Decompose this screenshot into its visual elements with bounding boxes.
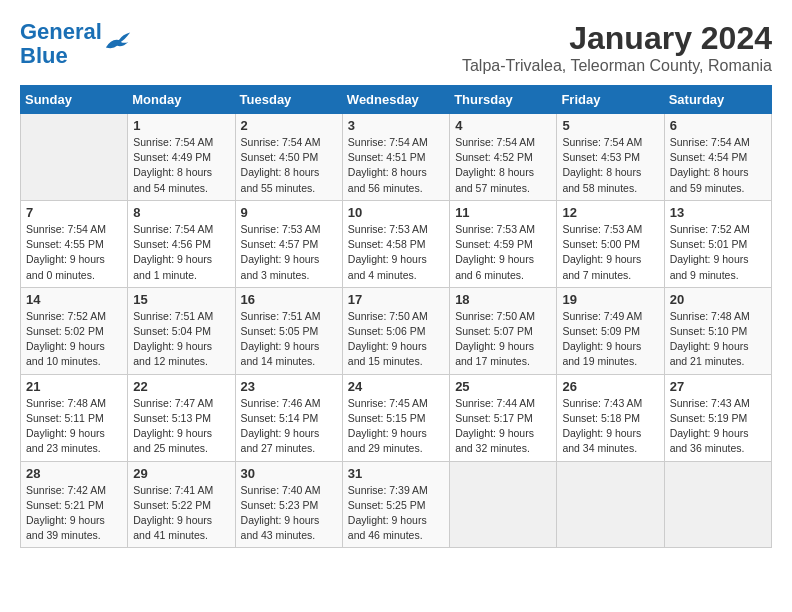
calendar-cell: [664, 461, 771, 548]
calendar-cell: 23Sunrise: 7:46 AMSunset: 5:14 PMDayligh…: [235, 374, 342, 461]
day-info: Sunrise: 7:54 AMSunset: 4:51 PMDaylight:…: [348, 135, 444, 196]
calendar-cell: 25Sunrise: 7:44 AMSunset: 5:17 PMDayligh…: [450, 374, 557, 461]
calendar-cell: 29Sunrise: 7:41 AMSunset: 5:22 PMDayligh…: [128, 461, 235, 548]
calendar-cell: [21, 114, 128, 201]
day-info: Sunrise: 7:54 AMSunset: 4:53 PMDaylight:…: [562, 135, 658, 196]
calendar-cell: 19Sunrise: 7:49 AMSunset: 5:09 PMDayligh…: [557, 287, 664, 374]
calendar-cell: 6Sunrise: 7:54 AMSunset: 4:54 PMDaylight…: [664, 114, 771, 201]
day-info: Sunrise: 7:49 AMSunset: 5:09 PMDaylight:…: [562, 309, 658, 370]
day-info: Sunrise: 7:52 AMSunset: 5:01 PMDaylight:…: [670, 222, 766, 283]
col-thursday: Thursday: [450, 86, 557, 114]
week-row-3: 14Sunrise: 7:52 AMSunset: 5:02 PMDayligh…: [21, 287, 772, 374]
calendar-cell: 30Sunrise: 7:40 AMSunset: 5:23 PMDayligh…: [235, 461, 342, 548]
day-info: Sunrise: 7:41 AMSunset: 5:22 PMDaylight:…: [133, 483, 229, 544]
logo-blue: Blue: [20, 43, 68, 68]
day-number: 6: [670, 118, 766, 133]
day-info: Sunrise: 7:53 AMSunset: 4:57 PMDaylight:…: [241, 222, 337, 283]
day-info: Sunrise: 7:52 AMSunset: 5:02 PMDaylight:…: [26, 309, 122, 370]
col-friday: Friday: [557, 86, 664, 114]
day-number: 30: [241, 466, 337, 481]
day-info: Sunrise: 7:46 AMSunset: 5:14 PMDaylight:…: [241, 396, 337, 457]
calendar-cell: [450, 461, 557, 548]
day-info: Sunrise: 7:43 AMSunset: 5:18 PMDaylight:…: [562, 396, 658, 457]
day-number: 19: [562, 292, 658, 307]
day-info: Sunrise: 7:39 AMSunset: 5:25 PMDaylight:…: [348, 483, 444, 544]
calendar-title: January 2024: [462, 20, 772, 57]
week-row-1: 1Sunrise: 7:54 AMSunset: 4:49 PMDaylight…: [21, 114, 772, 201]
day-info: Sunrise: 7:53 AMSunset: 4:59 PMDaylight:…: [455, 222, 551, 283]
day-number: 21: [26, 379, 122, 394]
day-number: 26: [562, 379, 658, 394]
day-info: Sunrise: 7:51 AMSunset: 5:05 PMDaylight:…: [241, 309, 337, 370]
calendar-cell: 18Sunrise: 7:50 AMSunset: 5:07 PMDayligh…: [450, 287, 557, 374]
day-number: 22: [133, 379, 229, 394]
day-number: 24: [348, 379, 444, 394]
calendar-cell: 28Sunrise: 7:42 AMSunset: 5:21 PMDayligh…: [21, 461, 128, 548]
calendar-cell: 7Sunrise: 7:54 AMSunset: 4:55 PMDaylight…: [21, 200, 128, 287]
week-row-4: 21Sunrise: 7:48 AMSunset: 5:11 PMDayligh…: [21, 374, 772, 461]
day-number: 14: [26, 292, 122, 307]
calendar-cell: 9Sunrise: 7:53 AMSunset: 4:57 PMDaylight…: [235, 200, 342, 287]
day-number: 28: [26, 466, 122, 481]
logo-general: General: [20, 19, 102, 44]
day-info: Sunrise: 7:54 AMSunset: 4:52 PMDaylight:…: [455, 135, 551, 196]
day-number: 11: [455, 205, 551, 220]
calendar-cell: 3Sunrise: 7:54 AMSunset: 4:51 PMDaylight…: [342, 114, 449, 201]
day-number: 10: [348, 205, 444, 220]
week-row-5: 28Sunrise: 7:42 AMSunset: 5:21 PMDayligh…: [21, 461, 772, 548]
page-header: General Blue January 2024 Talpa-Trivalea…: [20, 20, 772, 75]
calendar-cell: 13Sunrise: 7:52 AMSunset: 5:01 PMDayligh…: [664, 200, 771, 287]
calendar-cell: 10Sunrise: 7:53 AMSunset: 4:58 PMDayligh…: [342, 200, 449, 287]
day-info: Sunrise: 7:54 AMSunset: 4:54 PMDaylight:…: [670, 135, 766, 196]
day-number: 4: [455, 118, 551, 133]
day-info: Sunrise: 7:48 AMSunset: 5:11 PMDaylight:…: [26, 396, 122, 457]
col-monday: Monday: [128, 86, 235, 114]
col-sunday: Sunday: [21, 86, 128, 114]
calendar-cell: 15Sunrise: 7:51 AMSunset: 5:04 PMDayligh…: [128, 287, 235, 374]
calendar-cell: 12Sunrise: 7:53 AMSunset: 5:00 PMDayligh…: [557, 200, 664, 287]
day-number: 15: [133, 292, 229, 307]
day-info: Sunrise: 7:40 AMSunset: 5:23 PMDaylight:…: [241, 483, 337, 544]
calendar-cell: 11Sunrise: 7:53 AMSunset: 4:59 PMDayligh…: [450, 200, 557, 287]
day-number: 16: [241, 292, 337, 307]
logo: General Blue: [20, 20, 132, 68]
day-number: 25: [455, 379, 551, 394]
day-info: Sunrise: 7:44 AMSunset: 5:17 PMDaylight:…: [455, 396, 551, 457]
day-info: Sunrise: 7:51 AMSunset: 5:04 PMDaylight:…: [133, 309, 229, 370]
day-info: Sunrise: 7:47 AMSunset: 5:13 PMDaylight:…: [133, 396, 229, 457]
calendar-cell: 2Sunrise: 7:54 AMSunset: 4:50 PMDaylight…: [235, 114, 342, 201]
calendar-cell: 21Sunrise: 7:48 AMSunset: 5:11 PMDayligh…: [21, 374, 128, 461]
calendar-subtitle: Talpa-Trivalea, Teleorman County, Romani…: [462, 57, 772, 75]
calendar-cell: 26Sunrise: 7:43 AMSunset: 5:18 PMDayligh…: [557, 374, 664, 461]
calendar-cell: 31Sunrise: 7:39 AMSunset: 5:25 PMDayligh…: [342, 461, 449, 548]
day-info: Sunrise: 7:54 AMSunset: 4:55 PMDaylight:…: [26, 222, 122, 283]
day-number: 27: [670, 379, 766, 394]
col-saturday: Saturday: [664, 86, 771, 114]
day-info: Sunrise: 7:42 AMSunset: 5:21 PMDaylight:…: [26, 483, 122, 544]
logo-bird-icon: [104, 30, 132, 52]
title-area: January 2024 Talpa-Trivalea, Teleorman C…: [462, 20, 772, 75]
calendar-cell: [557, 461, 664, 548]
day-info: Sunrise: 7:45 AMSunset: 5:15 PMDaylight:…: [348, 396, 444, 457]
day-number: 12: [562, 205, 658, 220]
day-number: 17: [348, 292, 444, 307]
day-info: Sunrise: 7:54 AMSunset: 4:56 PMDaylight:…: [133, 222, 229, 283]
day-number: 9: [241, 205, 337, 220]
calendar-cell: 5Sunrise: 7:54 AMSunset: 4:53 PMDaylight…: [557, 114, 664, 201]
day-number: 3: [348, 118, 444, 133]
day-number: 23: [241, 379, 337, 394]
day-number: 1: [133, 118, 229, 133]
day-info: Sunrise: 7:43 AMSunset: 5:19 PMDaylight:…: [670, 396, 766, 457]
calendar-cell: 8Sunrise: 7:54 AMSunset: 4:56 PMDaylight…: [128, 200, 235, 287]
calendar-cell: 27Sunrise: 7:43 AMSunset: 5:19 PMDayligh…: [664, 374, 771, 461]
day-info: Sunrise: 7:54 AMSunset: 4:49 PMDaylight:…: [133, 135, 229, 196]
day-number: 20: [670, 292, 766, 307]
day-number: 5: [562, 118, 658, 133]
day-number: 13: [670, 205, 766, 220]
day-number: 31: [348, 466, 444, 481]
day-info: Sunrise: 7:48 AMSunset: 5:10 PMDaylight:…: [670, 309, 766, 370]
calendar-cell: 20Sunrise: 7:48 AMSunset: 5:10 PMDayligh…: [664, 287, 771, 374]
day-info: Sunrise: 7:53 AMSunset: 4:58 PMDaylight:…: [348, 222, 444, 283]
col-wednesday: Wednesday: [342, 86, 449, 114]
calendar-cell: 22Sunrise: 7:47 AMSunset: 5:13 PMDayligh…: [128, 374, 235, 461]
